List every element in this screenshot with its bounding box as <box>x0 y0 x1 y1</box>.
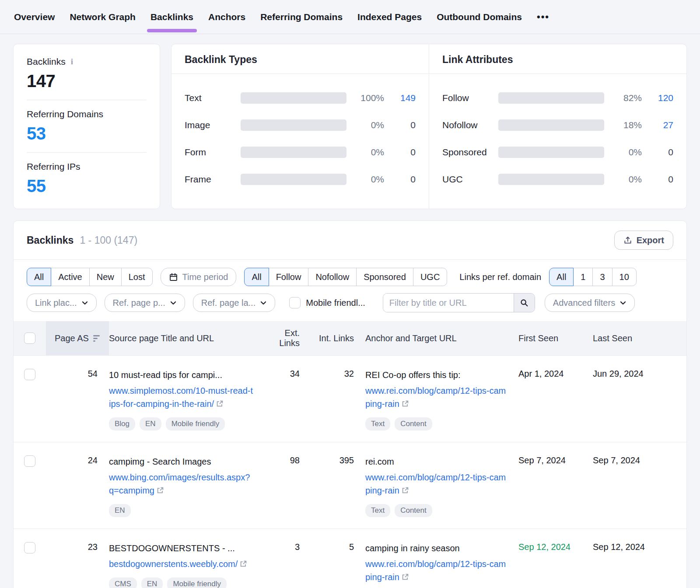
column-ext-links[interactable]: Ext. Links <box>262 321 311 355</box>
link-placement-dropdown[interactable]: Link plac... <box>27 294 97 312</box>
status-all[interactable]: All <box>27 268 51 286</box>
divider <box>27 100 147 100</box>
source-url-link[interactable]: bestdogownerstents.weebly.com/ <box>109 557 247 571</box>
table-row: 24 campimg - Search Images www.bing.com/… <box>14 442 686 528</box>
lpd-3[interactable]: 3 <box>592 268 612 286</box>
lpd-10[interactable]: 10 <box>612 268 637 286</box>
anchor-badge: Content <box>395 504 432 517</box>
search-input[interactable] <box>383 294 514 312</box>
ref-page-language-label: Ref. page la... <box>201 298 256 308</box>
tab-network-graph[interactable]: Network Graph <box>70 0 136 34</box>
target-url-link[interactable]: www.rei.com/blog/camp/12-tips-camping-ra… <box>365 557 510 584</box>
status-lost[interactable]: Lost <box>121 268 153 286</box>
bar-label: Sponsored <box>442 147 498 158</box>
column-anchor[interactable]: Anchor and Target URL <box>365 321 518 355</box>
follow-all[interactable]: All <box>244 268 269 286</box>
chevron-down-icon <box>260 299 267 306</box>
source-badge: Mobile friendly <box>166 417 225 430</box>
column-source[interactable]: Source page Title and URL <box>109 321 262 355</box>
follow-sponsored[interactable]: Sponsored <box>356 268 413 286</box>
export-button[interactable]: Export <box>614 231 673 250</box>
links-per-domain-filter: All 1 3 10 <box>549 268 637 286</box>
bar-track <box>498 119 604 131</box>
external-link-icon <box>216 398 224 411</box>
tab-backlinks[interactable]: Backlinks <box>150 0 193 34</box>
row-checkbox[interactable] <box>24 542 35 553</box>
tab-indexed-pages[interactable]: Indexed Pages <box>357 0 422 34</box>
time-period-button[interactable]: Time period <box>161 268 237 286</box>
status-active[interactable]: Active <box>51 268 89 286</box>
referring-domains-metric-value[interactable]: 53 <box>27 124 147 144</box>
external-link-icon <box>401 571 409 584</box>
table-row: 23 BESTDOGOWNERSTENTS - ... bestdogowner… <box>14 528 686 588</box>
search-button[interactable] <box>514 294 535 312</box>
select-all-checkbox[interactable] <box>24 332 35 344</box>
bar-count-link[interactable]: 27 <box>642 120 673 130</box>
ref-page-platform-dropdown[interactable]: Ref. page p... <box>105 294 185 312</box>
bar-percent: 82% <box>604 93 642 103</box>
column-first-seen[interactable]: First Seen <box>518 321 593 355</box>
mobile-friendly-checkbox[interactable] <box>289 297 301 308</box>
links-per-domain-label: Links per ref. domain <box>459 272 541 282</box>
bar-count-link[interactable]: 120 <box>642 93 673 103</box>
title-url-filter <box>383 293 535 312</box>
status-new[interactable]: New <box>89 268 122 286</box>
bar-percent: 0% <box>346 174 384 185</box>
bar-track <box>498 147 604 158</box>
types-attributes-card: Backlink Types Text 100% 149 Image 0% 0 … <box>171 44 687 209</box>
bar-track <box>241 147 346 158</box>
bar-label: Follow <box>442 93 498 103</box>
mobile-friendly-label: Mobile friendl... <box>306 298 365 308</box>
bar-count: 0 <box>384 147 416 158</box>
follow-follow[interactable]: Follow <box>269 268 309 286</box>
advanced-filters-dropdown[interactable]: Advanced filters <box>545 294 635 312</box>
bar-count: 0 <box>384 120 416 130</box>
anchor-text: rei.com <box>365 455 510 468</box>
referring-ips-metric-label: Referring IPs <box>27 161 147 172</box>
target-url-link[interactable]: www.rei.com/blog/camp/12-tips-camping-ra… <box>365 471 510 498</box>
source-title: 10 must-read tips for campi... <box>109 369 253 382</box>
time-period-label: Time period <box>182 272 228 282</box>
backlinks-metric-value: 147 <box>27 71 147 91</box>
anchor-text: camping in rainy season <box>365 542 510 555</box>
column-page-as[interactable]: Page AS <box>46 321 109 355</box>
source-badge: EN <box>140 417 161 430</box>
lpd-all[interactable]: All <box>549 268 574 286</box>
search-icon <box>519 298 529 308</box>
source-badge: EN <box>109 504 131 517</box>
referring-ips-metric-value[interactable]: 55 <box>27 176 147 196</box>
tab-referring-domains[interactable]: Referring Domains <box>260 0 343 34</box>
row-checkbox[interactable] <box>24 455 35 467</box>
ext-links-value: 3 <box>262 529 311 588</box>
backlinks-table-card: Backlinks 1 - 100 (147) Export All Activ… <box>13 220 687 588</box>
lpd-1[interactable]: 1 <box>573 268 593 286</box>
bar-label: Text <box>185 93 241 103</box>
more-tabs-button[interactable]: ••• <box>537 0 550 34</box>
follow-ugc[interactable]: UGC <box>413 268 447 286</box>
target-url-link[interactable]: www.rei.com/blog/camp/12-tips-camping-ra… <box>365 384 510 411</box>
follow-filter: All Follow Nofollow Sponsored UGC <box>244 268 447 286</box>
bar-track <box>498 92 604 104</box>
first-seen-value: Sep 7, 2024 <box>518 455 566 466</box>
anchor-badge: Content <box>395 417 432 430</box>
row-checkbox[interactable] <box>24 369 35 380</box>
follow-nofollow[interactable]: Nofollow <box>308 268 357 286</box>
source-url-link[interactable]: www.simplemost.com/10-must-read-tips-for… <box>109 384 253 411</box>
source-url-link[interactable]: www.bing.com/images/results.aspx?q=campi… <box>109 471 253 498</box>
report-tabs-bar: Overview Network Graph Backlinks Anchors… <box>0 0 700 34</box>
tab-anchors[interactable]: Anchors <box>208 0 245 34</box>
tab-overview[interactable]: Overview <box>14 0 55 34</box>
bar-row-sponsored: Sponsored 0% 0 <box>442 139 673 166</box>
source-badge: CMS <box>109 578 137 588</box>
bar-row-ugc: UGC 0% 0 <box>442 166 673 193</box>
column-last-seen[interactable]: Last Seen <box>593 321 686 355</box>
divider <box>27 152 147 153</box>
tab-outbound-domains[interactable]: Outbound Domains <box>437 0 522 34</box>
bar-percent: 0% <box>604 174 642 185</box>
info-icon[interactable]: i <box>71 57 73 66</box>
chevron-down-icon <box>81 299 88 306</box>
ref-page-language-dropdown[interactable]: Ref. page la... <box>193 294 276 312</box>
link-attributes-panel: Link Attributes Follow 82% 120 Nofollow … <box>429 44 686 209</box>
column-int-links[interactable]: Int. Links <box>311 321 365 355</box>
bar-count-link[interactable]: 149 <box>384 93 416 103</box>
